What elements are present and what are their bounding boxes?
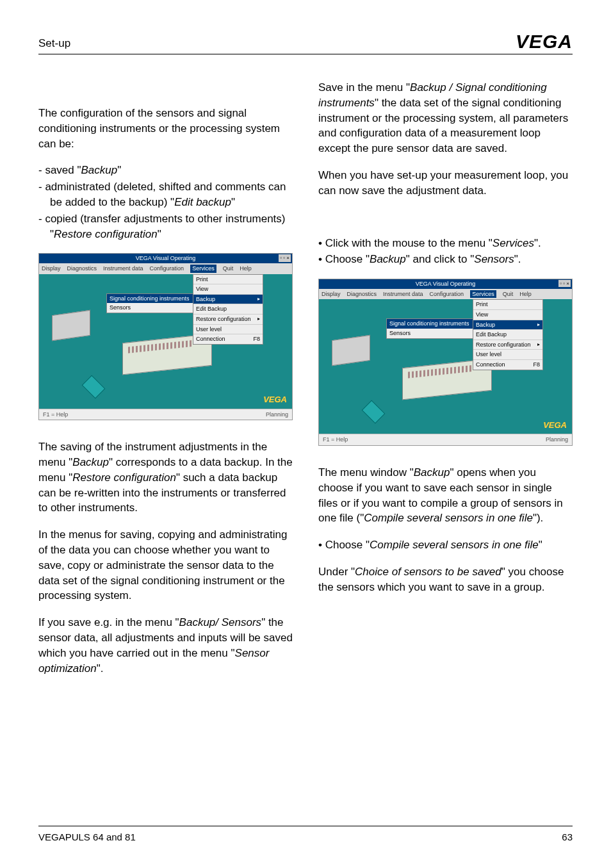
list-item: copied (transfer adjustments to other in… [38,211,293,242]
ss-canvas: Print View Backup Edit Backup Restore co… [39,274,292,409]
menu-help[interactable]: Help [519,290,532,299]
dd-view[interactable]: View [473,309,542,320]
backup-submenu: Signal conditioning instruments Sensors [386,318,476,338]
dd-edit-backup[interactable]: Edit Backup [473,329,542,340]
page-header: Set-up VEGA [38,32,573,54]
right-p3: The menu window "Backup" opens when you … [318,465,573,526]
menu-diagnostics[interactable]: Diagnostics [347,290,377,299]
dd-backup[interactable]: Backup [473,320,542,330]
status-help: F1 = Help [323,436,348,444]
laptop-icon [332,335,370,366]
page-number: 63 [562,830,573,844]
dd-connection[interactable]: ConnectionF8 [473,359,542,370]
menu-help[interactable]: Help [240,265,252,273]
menu-display[interactable]: Display [42,265,61,273]
dd-backup[interactable]: Backup [193,294,263,304]
sub-sensors[interactable]: Sensors [107,303,195,313]
list-item: Choose "Compile several sensors in one f… [318,537,573,553]
menu-instrument-data[interactable]: Instrument data [103,265,143,273]
sensor-chip-icon [82,375,106,398]
window-buttons-icon: ▫ ▫ × [558,280,571,287]
list-item: Click with the mouse to the menu "Servic… [318,236,573,251]
ss-statusbar: F1 = Help Planning [39,409,292,420]
ss-vega-logo: VEGA [543,420,567,431]
laptop-icon [52,309,90,340]
right-p1: Save in the menu "Backup / Signal condit… [318,80,573,156]
ss-canvas: Print View Backup Edit Backup Restore co… [319,299,572,434]
dd-user-level[interactable]: User level [473,349,542,359]
dd-edit-backup[interactable]: Edit Backup [193,304,263,314]
list-item: administrated (deleted, shifted and comm… [38,179,293,210]
left-p4: If you save e.g. in the menu "Backup/ Se… [38,615,293,676]
page-footer: VEGAPULS 64 and 81 63 [38,826,573,844]
left-p2: The saving of the instrument adjustments… [38,439,293,516]
sub-signal-cond[interactable]: Signal conditioning instruments [107,294,195,304]
two-column-layout: The configuration of the sensors and sig… [38,80,573,687]
ss-titlebar: VEGA Visual Operating ▫ ▫ × [319,279,572,289]
status-mode: Planning [546,436,568,444]
screenshot-services-menu: VEGA Visual Operating ▫ ▫ × Display Diag… [38,253,293,420]
header-title: Set-up [38,36,70,51]
ss-menubar: Display Diagnostics Instrument data Conf… [39,263,292,274]
dd-print[interactable]: Print [193,275,263,284]
menu-configuration[interactable]: Configuration [150,265,184,273]
ss-vega-logo: VEGA [263,394,287,405]
left-dash-list: saved "Backup" administrated (deleted, s… [38,163,293,242]
dd-print[interactable]: Print [473,300,542,309]
right-bullets-1: Click with the mouse to the menu "Servic… [318,236,573,268]
services-dropdown: Print View Backup Edit Backup Restore co… [473,299,543,370]
backup-submenu: Signal conditioning instruments Sensors [106,293,196,313]
dd-restore[interactable]: Restore configuration [193,314,263,324]
status-mode: Planning [266,411,288,419]
screenshot-services-menu-2: VEGA Visual Operating ▫ ▫ × Display Diag… [318,279,573,446]
ss-statusbar: F1 = Help Planning [319,434,572,445]
menu-configuration[interactable]: Configuration [430,290,464,299]
right-p4: Under "Choice of sensors to be saved" yo… [318,564,573,595]
menu-quit[interactable]: Quit [503,290,514,299]
services-dropdown: Print View Backup Edit Backup Restore co… [193,274,263,345]
sensor-chip-icon [362,400,386,424]
sub-sensors[interactable]: Sensors [387,329,475,338]
list-item: saved "Backup" [38,163,293,178]
left-p3: In the menus for saving, copying and adm… [38,527,293,603]
vega-logo: VEGA [516,32,573,51]
footer-model: VEGAPULS 64 and 81 [38,830,136,844]
window-buttons-icon: ▫ ▫ × [279,254,291,261]
dd-connection[interactable]: ConnectionF8 [193,334,263,344]
menu-display[interactable]: Display [322,290,341,299]
dd-user-level[interactable]: User level [193,324,263,334]
menu-services[interactable]: Services [190,265,216,273]
menu-instrument-data[interactable]: Instrument data [383,290,423,299]
sub-signal-cond[interactable]: Signal conditioning instruments [387,319,475,329]
right-bullets-2: Choose "Compile several sensors in one f… [318,537,573,553]
left-column: The configuration of the sensors and sig… [38,80,293,687]
menu-services[interactable]: Services [470,290,496,299]
menu-quit[interactable]: Quit [223,265,234,273]
ss-menubar: Display Diagnostics Instrument data Conf… [319,289,572,300]
left-intro: The configuration of the sensors and sig… [38,106,293,151]
status-help: F1 = Help [43,411,68,419]
list-item: Choose "Backup" and click to "Sensors". [318,252,573,267]
dd-view[interactable]: View [193,284,263,294]
dd-restore[interactable]: Restore configuration [473,340,542,350]
menu-diagnostics[interactable]: Diagnostics [67,265,97,273]
ss-titlebar: VEGA Visual Operating ▫ ▫ × [39,254,292,263]
right-p2: When you have set-up your measurement lo… [318,168,573,199]
right-column: Save in the menu "Backup / Signal condit… [318,80,573,687]
